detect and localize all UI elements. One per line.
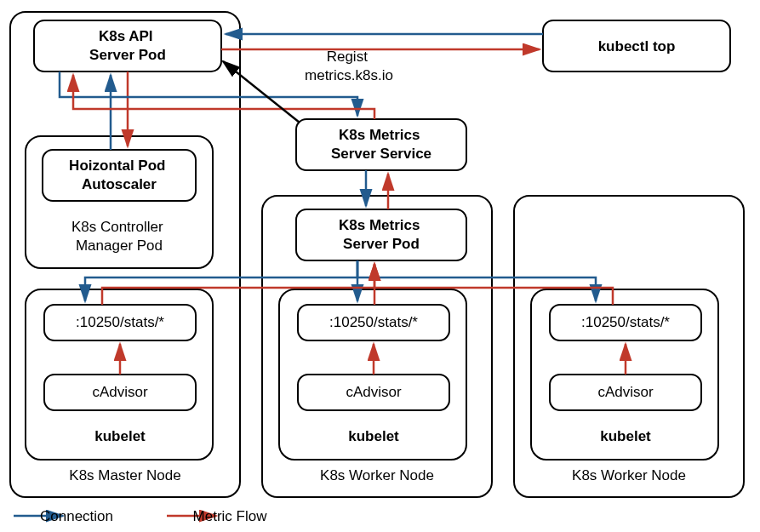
worker1-kubelet-label: kubelet xyxy=(348,428,399,444)
worker-node-2-container xyxy=(514,196,744,497)
controller-manager-label: K8s Controller Manager Pod xyxy=(71,219,167,254)
worker2-node-label: K8s Worker Node xyxy=(572,467,686,483)
kubectl-top-label: kubectl top xyxy=(598,38,676,54)
master-stats-label: :10250/stats/* xyxy=(76,314,164,330)
worker2-stats-label: :10250/stats/* xyxy=(581,314,670,330)
master-node-container xyxy=(10,12,240,497)
master-cadvisor-label: cAdvisor xyxy=(92,384,148,400)
legend-metricflow-label: Metric Flow xyxy=(193,508,268,524)
worker1-cadvisor-label: cAdvisor xyxy=(346,384,402,400)
master-kubelet-label: kubelet xyxy=(94,428,146,444)
worker2-cadvisor-label: cAdvisor xyxy=(597,384,654,400)
worker2-kubelet-label: kubelet xyxy=(600,428,651,444)
worker1-stats-label: :10250/stats/* xyxy=(329,314,418,330)
regist-annotation: Regist metrics.k8s.io xyxy=(305,49,393,83)
arrow-master-kubelet-to-pod-red xyxy=(102,264,374,305)
worker1-node-label: K8s Worker Node xyxy=(320,467,434,483)
legend-connection-label: Connection xyxy=(40,508,113,524)
master-node-label: K8s Master Node xyxy=(69,467,180,483)
arrow-pod-to-worker2-kubelet-blue xyxy=(357,260,596,301)
arrow-pod-to-master-kubelet-blue xyxy=(85,260,357,301)
arrow-regist-black xyxy=(223,61,300,123)
